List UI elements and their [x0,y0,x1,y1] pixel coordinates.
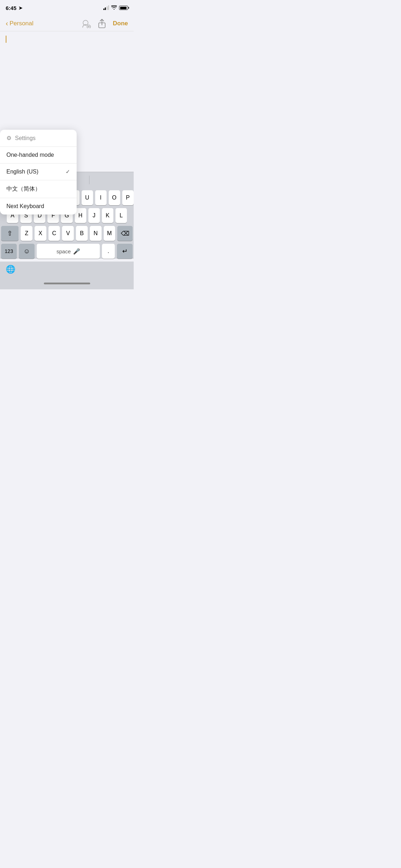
key-p[interactable]: P [122,190,134,205]
status-icons [103,5,128,11]
back-label: Personal [10,20,34,27]
popup-menu-item-next-keyboard[interactable]: Next Keyboard [0,198,77,215]
key-k[interactable]: K [102,208,113,223]
popup-menu-item-settings[interactable]: ⚙ Settings [0,130,77,147]
english-label: English (US) [6,169,38,175]
key-l[interactable]: L [115,208,127,223]
status-time: 6:45 ➤ [6,5,22,11]
check-icon: ✓ [66,169,70,175]
number-key[interactable]: 123 [1,244,17,259]
signal-icon [103,6,109,10]
gear-icon: ⚙ [6,135,11,141]
chinese-label: 中文（简体） [6,185,41,193]
delete-key[interactable]: ⌫ [117,226,133,241]
space-key[interactable]: space 🎤 [37,244,100,259]
done-button[interactable]: Done [113,20,128,27]
autocomplete-divider-2 [89,176,89,184]
keyboard-wrapper: ⚙ Settings One-handed mode English (US) … [0,172,134,289]
battery-icon [119,6,128,10]
settings-label: Settings [15,135,36,141]
status-bar: 6:45 ➤ [0,0,134,16]
nav-actions: Done [81,19,128,29]
globe-button[interactable]: 🌐 [6,265,15,274]
popup-menu-item-english[interactable]: English (US) ✓ [0,164,77,180]
key-u[interactable]: U [82,190,93,205]
key-row-3: ⇧ Z X C V B N M ⌫ [1,226,133,241]
back-button[interactable]: ‹ Personal [6,20,34,27]
emoji-key[interactable]: ☺ [19,244,35,259]
key-j[interactable]: J [88,208,100,223]
key-m[interactable]: M [104,226,115,241]
key-c[interactable]: C [48,226,60,241]
one-handed-label: One-handed mode [6,152,54,158]
period-key[interactable]: . [102,244,115,259]
microphone-icon: 🎤 [73,248,80,255]
key-x[interactable]: X [35,226,46,241]
keyboard-popup-menu: ⚙ Settings One-handed mode English (US) … [0,130,77,215]
add-contact-button[interactable] [81,19,91,28]
key-z[interactable]: Z [21,226,32,241]
location-icon: ➤ [19,5,22,11]
popup-menu-item-chinese[interactable]: 中文（简体） [0,180,77,198]
keyboard-bottom-bar: 🌐 [0,262,134,277]
key-i[interactable]: I [95,190,107,205]
key-row-4: 123 ☺ space 🎤 . ↵ [1,244,133,259]
key-n[interactable]: N [90,226,102,241]
key-b[interactable]: B [76,226,88,241]
key-o[interactable]: O [109,190,120,205]
shift-key[interactable]: ⇧ [1,226,19,241]
home-indicator [0,277,134,289]
return-key[interactable]: ↵ [117,244,133,259]
text-cursor [6,36,6,43]
next-keyboard-label: Next Keyboard [6,203,44,210]
wifi-icon [111,5,117,11]
nav-bar: ‹ Personal Done [0,16,134,31]
share-button[interactable] [98,19,106,29]
popup-menu-item-one-handed[interactable]: One-handed mode [0,147,77,164]
back-icon: ‹ [6,19,8,27]
home-bar [44,283,90,284]
key-v[interactable]: V [62,226,74,241]
